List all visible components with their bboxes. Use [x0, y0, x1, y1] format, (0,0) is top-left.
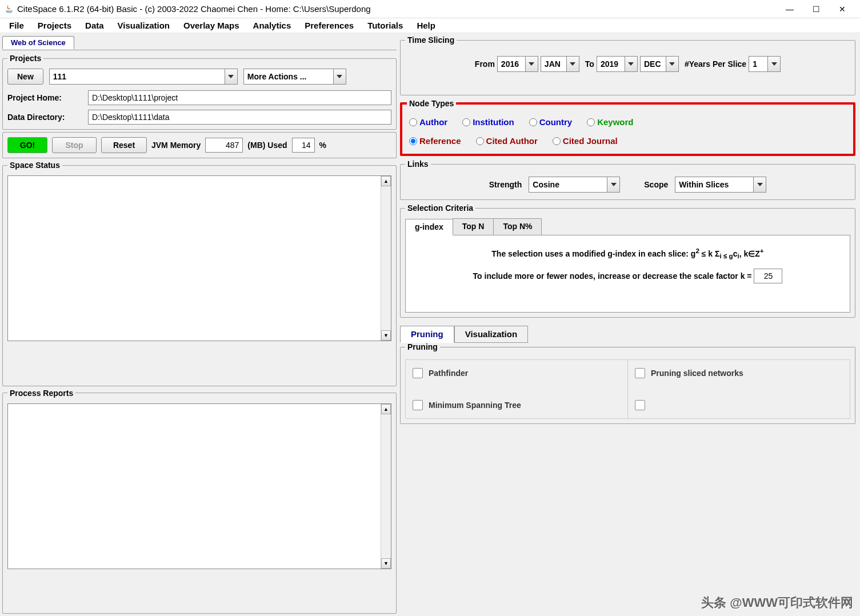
chevron-down-icon[interactable]	[333, 69, 346, 84]
selection-criteria-panel: Selection Criteria g-index Top N Top N% …	[400, 203, 855, 318]
controls-panel: GO! Stop Reset JVM Memory (MB) Used %	[2, 132, 397, 158]
project-home-field[interactable]	[88, 90, 391, 105]
chevron-down-icon[interactable]	[625, 57, 637, 71]
scroll-up-icon[interactable]: ▲	[381, 176, 391, 186]
space-status-area[interactable]: ▲ ▼	[7, 175, 391, 341]
time-slicing-legend: Time Slicing	[405, 35, 457, 45]
pct-sign: %	[319, 141, 326, 150]
from-year-select[interactable]: 2016	[497, 56, 538, 72]
more-actions-value: More Actions ...	[244, 72, 333, 81]
process-reports-panel: Process Reports ▲ ▼	[2, 389, 397, 614]
radio-reference[interactable]: Reference	[409, 136, 461, 146]
menu-help[interactable]: Help	[410, 19, 442, 32]
menubar: File Projects Data Visualization Overlay…	[0, 18, 860, 33]
process-reports-area[interactable]: ▲ ▼	[7, 403, 391, 569]
menu-tutorials[interactable]: Tutorials	[361, 19, 410, 32]
menu-projects[interactable]: Projects	[31, 19, 78, 32]
data-directory-label: Data Directory:	[7, 113, 85, 122]
years-per-slice-label: #Years Per Slice	[685, 59, 746, 69]
chevron-down-icon[interactable]	[525, 57, 538, 71]
java-icon	[5, 5, 14, 14]
node-types-panel: Node Types Author Institution Country Ke…	[400, 99, 855, 156]
process-reports-legend: Process Reports	[7, 389, 75, 398]
links-legend: Links	[405, 159, 431, 169]
minimize-button[interactable]: —	[777, 1, 803, 18]
radio-country[interactable]: Country	[529, 117, 573, 127]
space-status-legend: Space Status	[7, 161, 62, 170]
jvm-memory-field[interactable]	[205, 138, 243, 153]
project-select-value: 111	[50, 72, 225, 81]
project-home-label: Project Home:	[7, 93, 85, 102]
reset-button[interactable]: Reset	[101, 137, 147, 153]
menu-overlay-maps[interactable]: Overlay Maps	[177, 19, 246, 32]
g-index-formula: The selection uses a modified g-index in…	[413, 247, 843, 259]
mb-used-label: (MB) Used	[247, 141, 287, 150]
radio-author[interactable]: Author	[409, 117, 447, 127]
close-button[interactable]: ✕	[829, 1, 855, 18]
radio-cited-journal[interactable]: Cited Journal	[553, 136, 618, 146]
mem-pct-field[interactable]	[292, 138, 315, 153]
tab-visualization[interactable]: Visualization	[454, 326, 528, 343]
new-button[interactable]: New	[7, 69, 43, 85]
scroll-down-icon[interactable]: ▼	[381, 558, 391, 569]
chevron-down-icon[interactable]	[566, 57, 579, 71]
to-year-select[interactable]: 2019	[597, 56, 638, 72]
links-panel: Links Strength Cosine Scope Within Slice…	[400, 159, 855, 200]
projects-legend: Projects	[7, 54, 43, 63]
selection-tabs: g-index Top N Top N%	[405, 218, 850, 235]
from-month-select[interactable]: JAN	[541, 56, 579, 72]
menu-data[interactable]: Data	[78, 19, 111, 32]
data-directory-field[interactable]	[88, 110, 391, 125]
strength-select[interactable]: Cosine	[529, 177, 620, 193]
k-value-field[interactable]	[754, 269, 782, 283]
chevron-down-icon[interactable]	[753, 177, 766, 192]
scroll-down-icon[interactable]: ▼	[381, 330, 391, 341]
left-tab-strip: Web of Science	[2, 35, 397, 50]
titlebar: CiteSpace 6.1.R2 (64-bit) Basic - (c) 20…	[0, 0, 860, 18]
years-per-slice-select[interactable]: 1	[749, 56, 781, 72]
scroll-up-icon[interactable]: ▲	[381, 404, 391, 414]
selection-criteria-legend: Selection Criteria	[405, 203, 475, 213]
node-types-legend: Node Types	[407, 99, 456, 108]
watermark: 头条 @WWW可印式软件网	[701, 594, 853, 611]
from-label: From	[475, 59, 495, 69]
check-pathfinder[interactable]: Pathfinder	[413, 368, 621, 378]
scrollbar[interactable]: ▲ ▼	[381, 404, 391, 569]
go-button[interactable]: GO!	[7, 137, 47, 153]
check-pruning-sliced[interactable]: Pruning sliced networks	[635, 368, 843, 378]
check-mst[interactable]: Minimum Spanning Tree	[413, 400, 621, 410]
to-label: To	[585, 59, 594, 69]
projects-panel: Projects New 111 More Actions ... Projec…	[2, 54, 397, 130]
stop-button[interactable]: Stop	[52, 137, 97, 153]
tab-top-n-pct[interactable]: Top N%	[493, 218, 542, 235]
scope-label: Scope	[644, 180, 668, 189]
tab-web-of-science[interactable]: Web of Science	[2, 36, 74, 49]
project-select[interactable]: 111	[49, 69, 238, 85]
pruning-panel: Pruning Pathfinder Minimum Spanning Tree…	[400, 342, 855, 424]
jvm-memory-label: JVM Memory	[151, 141, 201, 150]
more-actions-select[interactable]: More Actions ...	[243, 69, 346, 85]
chevron-down-icon[interactable]	[225, 69, 237, 84]
k-factor-row: To include more or fewer nodes, increase…	[413, 269, 843, 283]
tab-pruning[interactable]: Pruning	[400, 326, 454, 343]
check-pruning-other[interactable]	[635, 400, 843, 410]
radio-keyword[interactable]: Keyword	[587, 117, 633, 127]
maximize-button[interactable]: ☐	[803, 1, 829, 18]
pruning-legend: Pruning	[405, 342, 440, 351]
menu-preferences[interactable]: Preferences	[298, 19, 361, 32]
window-title: CiteSpace 6.1.R2 (64-bit) Basic - (c) 20…	[17, 4, 777, 14]
strength-label: Strength	[489, 180, 522, 189]
to-month-select[interactable]: DEC	[640, 56, 679, 72]
menu-analytics[interactable]: Analytics	[246, 19, 298, 32]
chevron-down-icon[interactable]	[607, 177, 619, 192]
tab-g-index[interactable]: g-index	[405, 219, 453, 235]
menu-file[interactable]: File	[2, 19, 31, 32]
radio-cited-author[interactable]: Cited Author	[476, 136, 538, 146]
chevron-down-icon[interactable]	[666, 57, 678, 71]
radio-institution[interactable]: Institution	[462, 117, 514, 127]
scrollbar[interactable]: ▲ ▼	[381, 176, 391, 341]
tab-top-n[interactable]: Top N	[453, 218, 494, 235]
menu-visualization[interactable]: Visualization	[111, 19, 177, 32]
chevron-down-icon[interactable]	[767, 57, 780, 71]
scope-select[interactable]: Within Slices	[675, 177, 766, 193]
